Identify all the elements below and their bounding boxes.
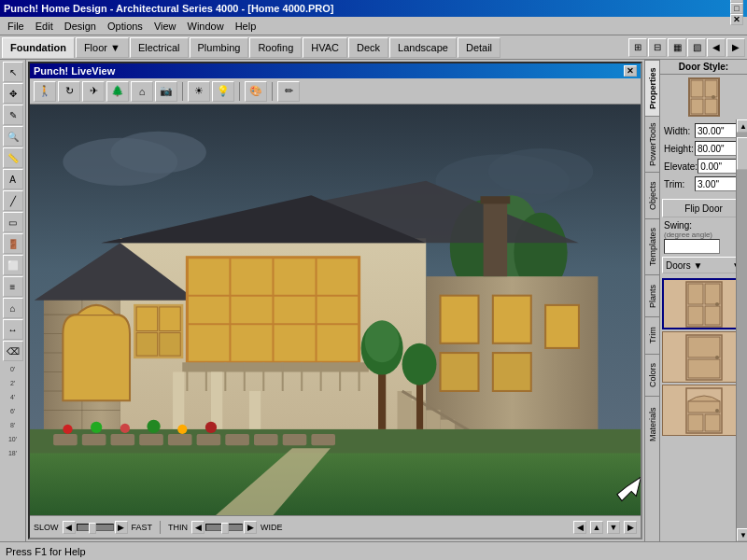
view-btn-4[interactable]: ▧ <box>687 38 706 57</box>
width-slider[interactable] <box>205 524 243 531</box>
close-button[interactable]: ✕ <box>730 14 743 25</box>
tab-electrical[interactable]: Electrical <box>130 37 189 58</box>
main-layout: ↖ ✥ ✎ 🔍 📏 A ╱ ▭ 🚪 ⬜ ≡ ⌂ ↔ ⌫ 0' 2' 4' 6' … <box>0 60 747 541</box>
tab-roofing[interactable]: Roofing <box>249 37 302 58</box>
width-left[interactable]: ◀ <box>191 521 204 534</box>
tool-draw[interactable]: ✎ <box>3 105 23 125</box>
scroll-down-button[interactable]: ▼ <box>737 528 747 541</box>
tool-wall[interactable]: ▭ <box>3 212 23 232</box>
tool-arrow[interactable]: ↖ <box>3 62 23 82</box>
menu-file[interactable]: File <box>2 19 30 34</box>
separator <box>160 521 161 534</box>
menu-help[interactable]: Help <box>230 19 262 34</box>
lv-sun-btn[interactable]: ☀ <box>188 81 210 102</box>
lv-fly-btn[interactable]: ✈ <box>82 81 105 102</box>
liveview-toolbar: 🚶 ↻ ✈ 🌲 ⌂ 📷 ☀ 💡 🎨 ✏ <box>30 78 641 105</box>
lv-house-btn[interactable]: ⌂ <box>131 81 153 102</box>
tool-select[interactable]: ✥ <box>3 83 23 104</box>
svg-point-79 <box>147 420 160 433</box>
tab-powertools[interactable]: PowerTools <box>645 116 659 172</box>
status-bar: Press F1 for Help <box>0 541 747 560</box>
view-btn-1[interactable]: ⊞ <box>628 38 647 57</box>
door-dropdown-label: Doors ▼ <box>666 260 702 271</box>
door-style-dropdown[interactable]: Doors ▼ ▼ <box>662 257 745 273</box>
menu-options[interactable]: Options <box>102 19 148 34</box>
tool-eraser[interactable]: ⌫ <box>3 341 23 361</box>
svg-rect-91 <box>705 80 717 97</box>
nav-right[interactable]: ▶ <box>624 521 637 534</box>
speed-thumb[interactable] <box>89 523 96 534</box>
tab-plants[interactable]: Plants <box>645 274 659 316</box>
lv-walk-btn[interactable]: 🚶 <box>34 81 56 102</box>
lv-paint-btn[interactable]: 🎨 <box>245 81 267 102</box>
swing-input[interactable] <box>664 239 720 254</box>
nav-up[interactable]: ▲ <box>590 521 603 534</box>
scroll-track[interactable] <box>737 133 747 528</box>
speed-control[interactable]: ◀ ▶ <box>63 521 128 534</box>
tab-materials[interactable]: Materials <box>645 396 659 452</box>
menu-window[interactable]: Window <box>182 19 230 34</box>
svg-rect-66 <box>53 434 78 445</box>
tab-properties[interactable]: Properties <box>645 60 659 116</box>
lv-pencil-btn[interactable]: ✏ <box>277 81 300 102</box>
maximize-button[interactable]: □ <box>730 3 743 14</box>
tool-stair[interactable]: ≡ <box>3 276 23 297</box>
menu-design[interactable]: Design <box>59 19 102 34</box>
scroll-thumb[interactable] <box>737 137 747 170</box>
tab-deck[interactable]: Deck <box>348 37 388 58</box>
scroll-up-button[interactable]: ▲ <box>737 119 747 133</box>
view-btn-6[interactable]: ▶ <box>726 38 745 57</box>
tab-foundation[interactable]: Foundation <box>2 37 75 58</box>
tool-roof[interactable]: ⌂ <box>3 298 23 318</box>
svg-point-4 <box>488 148 594 194</box>
tool-zoom[interactable]: 🔍 <box>3 126 23 147</box>
svg-rect-103 <box>688 359 720 378</box>
flip-door-button[interactable]: Flip Door <box>662 199 746 217</box>
speed-left[interactable]: ◀ <box>63 521 76 534</box>
tool-window[interactable]: ⬜ <box>3 255 23 275</box>
tab-colors[interactable]: Colors <box>645 354 659 396</box>
door-item-3[interactable] <box>662 385 745 436</box>
door-svg-1 <box>685 281 723 328</box>
view-btn-3[interactable]: ▦ <box>668 38 686 57</box>
tool-door[interactable]: 🚪 <box>3 233 23 254</box>
svg-rect-29 <box>160 333 181 357</box>
width-row: Width: 30.00" <box>664 123 743 138</box>
title-text: Punch! Home Design - Architectural Serie… <box>4 3 334 14</box>
door-item-2[interactable] <box>662 331 745 383</box>
tab-detail[interactable]: Detail <box>458 37 500 58</box>
tool-line[interactable]: ╱ <box>3 190 23 211</box>
tool-measure[interactable]: 📏 <box>3 147 23 168</box>
tab-floor[interactable]: Floor ▼ <box>76 37 129 58</box>
nav-down[interactable]: ▼ <box>607 521 620 534</box>
tab-hvac[interactable]: HVAC <box>303 37 347 58</box>
menu-view[interactable]: View <box>148 19 182 34</box>
tool-text[interactable]: A <box>3 169 23 189</box>
speed-slider[interactable] <box>77 524 114 531</box>
speed-right[interactable]: ▶ <box>115 521 128 534</box>
menu-edit[interactable]: Edit <box>30 19 59 34</box>
view-btn-2[interactable]: ⊟ <box>648 38 667 57</box>
tool-dimension[interactable]: ↔ <box>3 319 23 340</box>
lv-light-btn[interactable]: 💡 <box>212 81 234 102</box>
liveview-close-button[interactable]: ✕ <box>624 65 637 77</box>
tab-landscape[interactable]: Landscape <box>389 37 457 58</box>
width-thumb[interactable] <box>221 523 229 534</box>
tab-plumbing[interactable]: Plumbing <box>190 37 249 58</box>
width-label: Width: <box>664 126 690 136</box>
width-right[interactable]: ▶ <box>244 521 257 534</box>
width-control[interactable]: ◀ ▶ <box>191 521 257 534</box>
lv-camera-btn[interactable]: 📷 <box>155 81 177 102</box>
svg-rect-71 <box>197 434 221 445</box>
tab-objects[interactable]: Objects <box>645 172 659 218</box>
tab-trim[interactable]: Trim <box>645 316 659 354</box>
lv-tree-btn[interactable]: 🌲 <box>106 81 129 102</box>
tab-templates[interactable]: Templates <box>645 218 659 274</box>
liveview-bottom-controls: SLOW ◀ ▶ FAST THIN ◀ ▶ <box>30 515 641 538</box>
nav-left[interactable]: ◀ <box>573 521 586 534</box>
door-style-title: Door Style: <box>660 60 747 75</box>
lv-rotate-btn[interactable]: ↻ <box>58 81 80 102</box>
swing-note: (degree angle) <box>664 231 743 239</box>
door-item-1[interactable] <box>662 278 745 329</box>
view-btn-5[interactable]: ◀ <box>707 38 726 57</box>
